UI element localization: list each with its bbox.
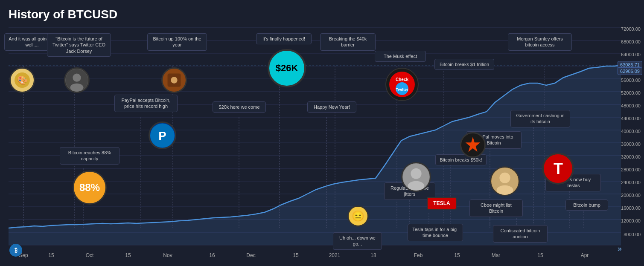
svg-point-45 <box>70 84 84 92</box>
current-price-2: 62986.09 <box>618 67 642 75</box>
annotation-musk-effect: The Musk effect <box>375 51 426 62</box>
26k-icon: $26K <box>268 49 306 87</box>
y-label-32000: 32000.00 <box>621 154 641 159</box>
x-label-15-1: 15 <box>48 252 54 258</box>
annotation-40k: Breaking the $40k barrier <box>320 33 376 51</box>
x-label-16: 16 <box>209 252 215 258</box>
svg-text:🎨: 🎨 <box>17 75 28 85</box>
y-label-20000: 20000.00 <box>621 193 641 198</box>
tesla-logo-icon: T <box>542 153 574 185</box>
y-label-24000: 24000.00 <box>621 180 641 185</box>
sep-icon: 🎨 <box>14 72 31 89</box>
x-label-18: 18 <box>370 252 376 258</box>
annotation-finally: It's finally happened! <box>256 33 312 44</box>
x-label-feb: Feb <box>414 252 423 258</box>
y-label-64000: 64000.00 <box>621 52 641 57</box>
y-label-44000: 44000.00 <box>621 116 641 121</box>
y-label-72000: 72000.00 <box>621 26 641 32</box>
scroll-right-button[interactable]: » <box>618 244 622 253</box>
svg-text:T: T <box>554 160 563 177</box>
paypal-moves-icon <box>460 132 486 158</box>
x-label-15-3: 15 <box>293 252 298 258</box>
musk-twitter-icon: Check Twitter <box>385 67 419 101</box>
y-label-8000: 8000.00 <box>624 232 641 237</box>
btc-100-icon <box>163 68 186 92</box>
btc-logo: ₿ <box>9 244 22 257</box>
y-label-68000: 68000.00 <box>621 39 641 44</box>
chart-container: History of BTCUSD <box>0 0 644 266</box>
x-label-oct: Oct <box>86 252 94 258</box>
annotation-uh-oh: Uh oh... down we go... <box>333 232 382 250</box>
svg-text:P: P <box>158 129 166 142</box>
tesla-badge-icon: TESLA <box>427 197 457 210</box>
annotation-government: Government cashing in its bitcoin <box>510 110 570 127</box>
x-label-2021: 2021 <box>329 252 341 258</box>
annotation-1-trillion: Bitcoin breaks $1 trillion <box>434 59 494 70</box>
x-label-apr: Apr <box>581 252 589 258</box>
gov-icon <box>490 166 520 196</box>
x-label-15-4: 15 <box>454 252 460 258</box>
y-label-16000: 16000.00 <box>621 205 641 211</box>
annotation-88-capacity: Bitcoin reaches 88% capacity <box>60 147 119 165</box>
annotation-happy-new-year: Happy New Year! <box>307 101 356 113</box>
svg-point-62 <box>499 173 510 183</box>
x-label-mar: Mar <box>492 252 501 258</box>
svg-point-44 <box>73 74 81 82</box>
svg-text:Twitter: Twitter <box>396 87 408 92</box>
y-label-12000: 12000.00 <box>621 218 641 223</box>
y-label-40000: 40000.00 <box>621 129 641 134</box>
x-label-nov: Nov <box>163 252 172 258</box>
annotation-bitcoin-bump: Bitcoin bump <box>565 200 608 211</box>
y-label-56000: 56000.00 <box>621 78 641 83</box>
svg-text:Check: Check <box>396 77 408 82</box>
y-label-28000: 28000.00 <box>621 167 641 172</box>
annotation-btc-100pct: Bitcoin up 100% on the year <box>147 33 207 51</box>
annotation-20k: $20k here we come <box>213 101 266 113</box>
y-label-52000: 52000.00 <box>621 90 641 95</box>
svg-point-58 <box>408 181 425 191</box>
annotation-tesla-taps: Tesla taps in for a big-time bounce <box>408 224 463 241</box>
x-label-dec: Dec <box>246 252 255 258</box>
y-label-36000: 36000.00 <box>621 142 641 147</box>
annotation-paypal-accepts: PayPal accepts Bitcoin, price hits recor… <box>114 95 178 112</box>
x-label-15-2: 15 <box>125 252 131 258</box>
dorsey-icon <box>65 68 88 92</box>
y-label-48000: 48000.00 <box>621 103 641 108</box>
uh-oh-icon: 😑 <box>347 205 369 227</box>
annotation-confiscated: Confiscated bitcoin auction <box>493 225 548 243</box>
paypal-icon: P <box>150 123 175 148</box>
yellen-icon <box>401 162 431 192</box>
annotation-cboe: Cboe might list Bitcoin <box>469 200 523 217</box>
88pct-icon: 88% <box>73 171 107 205</box>
svg-point-57 <box>411 168 421 179</box>
annotation-jack-dorsey: "Bitcoin is the future of Twitter" says … <box>47 33 111 57</box>
x-label-15-5: 15 <box>537 252 543 258</box>
annotation-morgan-stanley: Morgan Stanley offers bitcoin access <box>508 33 572 51</box>
svg-point-50 <box>171 77 177 83</box>
svg-point-63 <box>497 185 513 195</box>
